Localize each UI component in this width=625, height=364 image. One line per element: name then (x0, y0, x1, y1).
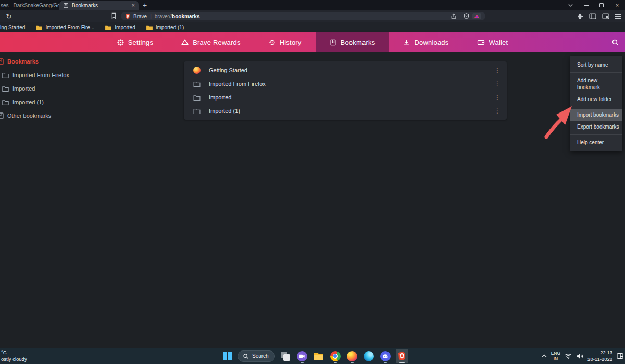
weather-temperature: °C (1, 349, 27, 356)
menu-item-add-new-bookmark[interactable]: Add new bookmark (570, 74, 622, 93)
tree-item-label: Imported (1) (12, 99, 44, 105)
url-path: bookmarks (172, 14, 199, 19)
bookmarks-bar-item-label: ing Started (0, 24, 25, 30)
notification-center-icon[interactable] (617, 353, 623, 359)
brave-rewards-icon[interactable] (472, 13, 481, 19)
brave-lion-icon (125, 13, 130, 19)
chrome-icon (330, 351, 341, 361)
menu-item-import-bookmarks[interactable]: Import bookmarks (570, 109, 622, 121)
tab-search-icon[interactable] (562, 0, 578, 10)
menu-item-add-new-folder[interactable]: Add new folder (570, 93, 622, 105)
browser-menu-icon[interactable] (615, 14, 621, 19)
bookmarks-bar-folder[interactable]: Imported From Fire... (35, 24, 94, 30)
bookmark-row-getting-started[interactable]: Getting Started ⋮ (184, 64, 507, 77)
row-menu-icon[interactable]: ⋮ (493, 67, 502, 74)
video-app-button[interactable] (296, 349, 308, 363)
bookmark-row-folder[interactable]: Imported ⋮ (184, 91, 507, 104)
bookmarks-manager-navbar: Settings Brave Rewards History Bookmarks… (0, 32, 625, 52)
brave-icon (397, 351, 406, 361)
tree-item-label: Other bookmarks (7, 112, 51, 119)
video-camera-icon (297, 351, 307, 361)
task-view-button[interactable] (279, 349, 292, 363)
row-menu-icon[interactable]: ⋮ (493, 107, 502, 115)
download-icon (403, 39, 410, 46)
bookmarks-bar-item-label: Imported (1) (156, 24, 184, 30)
menu-item-export-bookmarks[interactable]: Export bookmarks (570, 121, 622, 133)
history-clock-icon (269, 39, 276, 46)
window-controls: × (562, 0, 625, 10)
firefox-favicon (193, 67, 201, 74)
tree-item-label: Imported (12, 85, 35, 92)
nav-tab-history[interactable]: History (255, 32, 316, 52)
tab-close-icon[interactable]: × (132, 3, 135, 8)
tree-item-bookmarks[interactable]: Bookmarks (0, 55, 120, 68)
url-scheme: brave:// (155, 14, 172, 19)
tree-item-folder[interactable]: Imported (1) (0, 95, 120, 109)
bookmarks-bar-item[interactable]: ing Started (0, 24, 25, 30)
tree-item-folder[interactable]: Imported From Firefox (0, 68, 120, 82)
active-tab[interactable]: Bookmarks × (59, 1, 139, 10)
firefox-icon (347, 351, 357, 361)
reload-icon[interactable]: ↻ (5, 12, 13, 20)
reading-panel-icon[interactable] (602, 13, 609, 19)
minimize-button[interactable] (578, 0, 594, 10)
discord-icon (380, 351, 391, 361)
bookmark-flag-icon[interactable] (111, 12, 117, 19)
bookmarks-bar-folder[interactable]: Imported (105, 24, 135, 30)
nav-tab-wallet[interactable]: Wallet (463, 32, 522, 52)
brave-shield-icon[interactable] (464, 13, 469, 19)
nav-search-icon[interactable] (611, 32, 619, 52)
bookmark-icon (0, 112, 4, 119)
close-button[interactable]: × (609, 0, 625, 10)
bookmarks-bar-folder[interactable]: Imported (1) (146, 24, 184, 30)
discord-button[interactable] (379, 349, 392, 363)
firefox-button[interactable] (346, 349, 358, 363)
row-menu-icon[interactable]: ⋮ (493, 94, 502, 101)
folder-icon (2, 72, 9, 78)
nav-tab-brave-rewards[interactable]: Brave Rewards (167, 32, 254, 52)
wifi-icon[interactable] (565, 353, 572, 359)
chrome-button[interactable] (329, 349, 342, 363)
folder-icon (193, 81, 201, 87)
tree-item-folder[interactable]: Imported (0, 82, 120, 95)
edge-button[interactable] (362, 349, 375, 363)
language-indicator[interactable]: ENG IN (551, 350, 560, 361)
bookmark-row-title: Imported (209, 94, 231, 101)
bookmark-row-title: Imported From Firefox (209, 81, 266, 87)
nav-tab-downloads[interactable]: Downloads (389, 32, 463, 52)
tree-item-label: Bookmarks (7, 58, 39, 65)
background-tab-title: ses - DarkSnakeGang/GoogleSna (1, 3, 59, 8)
menu-item-sort-by-name[interactable]: Sort by name (570, 59, 622, 71)
nav-tab-settings[interactable]: Settings (103, 32, 168, 52)
sidebar-toggle-icon[interactable] (589, 13, 596, 19)
bookmark-row-folder[interactable]: Imported (1) ⋮ (184, 104, 507, 118)
bookmark-row-folder[interactable]: Imported From Firefox ⋮ (184, 77, 507, 91)
search-icon (243, 353, 249, 359)
volume-icon[interactable] (576, 353, 583, 359)
clock-widget[interactable]: 22:13 20-11-2022 (588, 349, 612, 362)
bookmark-icon (0, 58, 4, 65)
new-tab-button[interactable]: + (139, 0, 151, 10)
weather-condition: ostly cloudy (1, 356, 27, 362)
taskbar-search-label: Search (252, 353, 269, 359)
tree-item-other-bookmarks[interactable]: Other bookmarks (0, 109, 120, 122)
file-explorer-button[interactable] (312, 349, 325, 363)
row-menu-icon[interactable]: ⋮ (493, 80, 502, 87)
menu-item-help-center[interactable]: Help center (570, 136, 622, 148)
share-icon[interactable] (451, 13, 457, 19)
weather-widget[interactable]: °C ostly cloudy (1, 349, 27, 363)
nav-tab-label: Wallet (489, 39, 508, 46)
folder-icon (2, 99, 9, 105)
hidden-icons-chevron[interactable] (542, 354, 547, 358)
nav-tab-bookmarks[interactable]: Bookmarks (316, 32, 390, 52)
maximize-button[interactable] (594, 0, 609, 10)
bookmarks-bar-item-label: Imported From Fire... (45, 24, 94, 30)
bookmark-row-title: Getting Started (209, 67, 247, 73)
taskbar-search[interactable]: Search (238, 350, 275, 362)
background-tab[interactable]: ses - DarkSnakeGang/GoogleSna (0, 0, 59, 10)
address-bar[interactable]: Brave | brave://bookmarks (121, 12, 485, 20)
start-button[interactable] (221, 349, 233, 363)
brave-button[interactable] (396, 349, 408, 363)
windows-logo-icon (223, 352, 232, 360)
extensions-icon[interactable] (577, 13, 583, 20)
